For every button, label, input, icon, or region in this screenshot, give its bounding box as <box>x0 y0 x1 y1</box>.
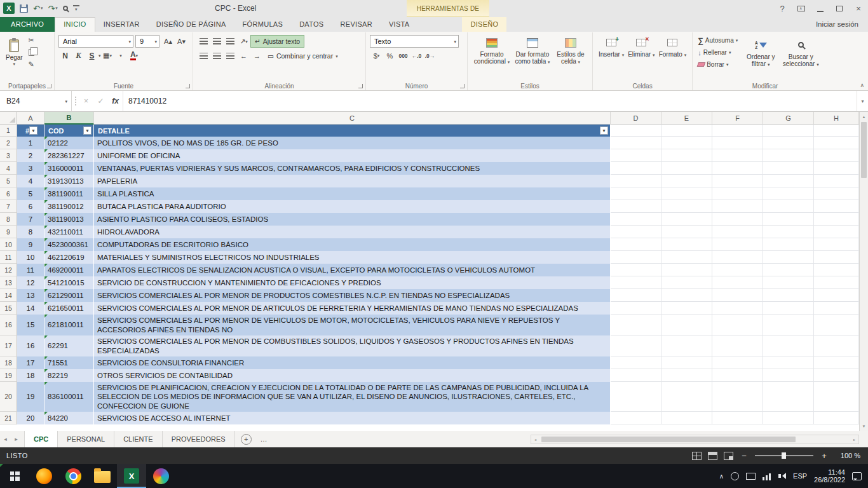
cell[interactable] <box>661 187 712 200</box>
cell[interactable] <box>763 264 814 276</box>
ribbon-tab[interactable]: VISTA <box>381 17 417 32</box>
cell[interactable] <box>814 137 859 149</box>
cell[interactable] <box>814 289 859 302</box>
cell[interactable] <box>763 200 814 213</box>
ribbon-tab[interactable]: INSERTAR <box>95 17 148 32</box>
cell[interactable] <box>712 200 763 213</box>
cell[interactable] <box>763 251 814 264</box>
cell[interactable] <box>611 137 661 149</box>
row-header[interactable]: 20 <box>0 382 17 412</box>
cell[interactable] <box>763 137 814 149</box>
taskbar-firefox-button[interactable] <box>29 464 58 488</box>
cell[interactable] <box>661 149 712 162</box>
maximize-button[interactable] <box>830 0 849 17</box>
zoom-slider-thumb[interactable] <box>782 452 786 459</box>
normal-view-button[interactable] <box>692 452 702 460</box>
taskbar-chrome-button[interactable] <box>58 464 88 488</box>
align-middle-button[interactable] <box>210 36 224 48</box>
cell-cod[interactable]: 469200011 <box>44 264 94 276</box>
cell[interactable] <box>814 276 859 289</box>
cell[interactable] <box>814 412 859 424</box>
insert-function-button[interactable]: fx <box>108 91 123 111</box>
sheet-nav-left-icon[interactable]: ◂ <box>0 436 11 442</box>
cell-num[interactable]: 8 <box>17 226 44 238</box>
cell[interactable] <box>814 382 859 412</box>
cell[interactable] <box>763 382 814 412</box>
cell[interactable] <box>814 187 859 200</box>
ribbon-display-options-button[interactable] <box>792 0 811 17</box>
cell[interactable] <box>661 382 712 412</box>
percent-format-button[interactable]: % <box>383 50 397 62</box>
cell-num[interactable]: 20 <box>17 412 44 424</box>
cell[interactable] <box>814 125 859 137</box>
underline-button[interactable]: S <box>85 50 98 62</box>
conditional-formatting-button[interactable]: Formato condicional ▾ <box>471 34 512 66</box>
insert-cells-button[interactable]: + Insertar ▾ <box>597 34 626 59</box>
orientation-button[interactable]: ↗▾ <box>237 36 250 48</box>
cell-cod[interactable]: 62291 <box>44 336 94 356</box>
fill-color-button[interactable]: ▾ <box>114 50 128 62</box>
cell-cod[interactable]: 621290011 <box>44 289 94 302</box>
cell[interactable] <box>611 302 661 315</box>
cell[interactable] <box>712 213 763 226</box>
formula-bar-handle[interactable] <box>72 97 76 105</box>
dialog-launcher[interactable] <box>186 84 190 88</box>
cell-cod[interactable]: 02122 <box>44 137 94 149</box>
filter-button[interactable]: ▾ <box>83 126 92 135</box>
sheet-tab-proveedores[interactable]: PROVEEDORES <box>163 431 235 447</box>
cell-num[interactable]: 2 <box>17 149 44 162</box>
cell[interactable] <box>661 200 712 213</box>
cell-detail[interactable]: HIDROLAVADORA <box>94 226 611 238</box>
cancel-entry-button[interactable]: × <box>79 91 93 111</box>
cell[interactable] <box>611 226 661 238</box>
increase-indent-button[interactable]: → <box>250 50 264 62</box>
filter-button[interactable]: ▾ <box>600 126 608 135</box>
cell[interactable] <box>611 412 661 424</box>
cell[interactable] <box>763 162 814 175</box>
cell[interactable] <box>712 369 763 382</box>
fill-button[interactable]: ↓Rellenar▾ <box>696 46 739 58</box>
cell[interactable] <box>712 125 763 137</box>
cell[interactable] <box>661 276 712 289</box>
align-bottom-button[interactable] <box>224 36 237 48</box>
wrap-text-button[interactable]: ↵ Ajustar texto <box>250 35 304 48</box>
cell[interactable] <box>763 276 814 289</box>
clear-button[interactable]: Borrar▾ <box>696 58 739 71</box>
cell[interactable] <box>712 315 763 336</box>
cell[interactable] <box>712 187 763 200</box>
cell[interactable] <box>814 264 859 276</box>
cell[interactable] <box>814 356 859 369</box>
cell[interactable] <box>611 369 661 382</box>
ribbon-tab[interactable]: DISEÑO <box>462 17 506 32</box>
cell-detail[interactable]: SERVICIOS COMERCIALES AL POR MENOR DE CO… <box>94 336 611 356</box>
ribbon-tab[interactable]: DISEÑO DE PÁGINA <box>148 17 234 32</box>
cell[interactable] <box>611 276 661 289</box>
cell[interactable] <box>611 149 661 162</box>
dialog-launcher[interactable] <box>358 84 363 88</box>
cell[interactable] <box>763 302 814 315</box>
name-box[interactable]: B24 ▾ <box>0 91 72 111</box>
decrease-indent-button[interactable]: ← <box>237 50 250 62</box>
cell[interactable] <box>763 149 814 162</box>
taskbar-excel-button[interactable]: X <box>117 464 146 488</box>
cut-button[interactable]: ✂ <box>25 34 38 46</box>
cell-cod[interactable]: 4523000361 <box>44 238 94 251</box>
page-break-view-button[interactable] <box>724 452 733 460</box>
filter-button[interactable]: ▾ <box>29 126 37 135</box>
cell[interactable] <box>661 302 712 315</box>
ribbon-tab[interactable]: FÓRMULAS <box>234 17 292 32</box>
cell[interactable] <box>712 238 763 251</box>
font-color-button[interactable]: A▾ <box>128 50 141 62</box>
undo-button[interactable]: ↶▾ <box>33 2 43 15</box>
cell[interactable] <box>611 125 661 137</box>
cell[interactable] <box>611 356 661 369</box>
currency-format-button[interactable]: $▾ <box>370 50 383 62</box>
horizontal-scrollbar-thumb[interactable] <box>541 437 796 442</box>
zoom-in-button[interactable]: + <box>820 451 829 461</box>
cell[interactable] <box>611 200 661 213</box>
cell[interactable] <box>763 356 814 369</box>
format-cells-button[interactable]: Formato ▾ <box>657 34 689 59</box>
cell[interactable] <box>814 162 859 175</box>
align-right-button[interactable] <box>224 50 237 62</box>
cell-detail[interactable]: APARATOS ELECTRICOS DE SENALIZACION ACUS… <box>94 264 611 276</box>
